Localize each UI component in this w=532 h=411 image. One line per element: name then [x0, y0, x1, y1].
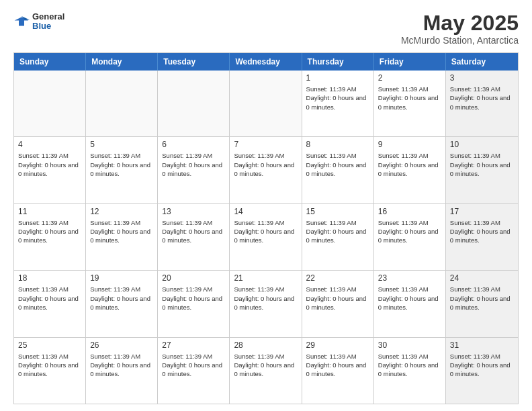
day-number: 21 — [234, 273, 297, 283]
cell-may-16: 16 Sunset: 11:39 AMDaylight: 0 hours and… — [374, 204, 446, 270]
title-section: May 2025 McMurdo Station, Antarctica — [401, 12, 519, 46]
day-number: 27 — [162, 340, 225, 350]
day-number: 10 — [450, 140, 514, 149]
day-number: 28 — [234, 340, 297, 350]
cell-info: Sunset: 11:39 AMDaylight: 0 hours and 0 … — [234, 218, 297, 245]
day-number: 25 — [18, 340, 81, 350]
day-number: 12 — [90, 207, 153, 216]
logo: General Blue — [13, 12, 64, 32]
day-number: 23 — [378, 273, 441, 283]
cell-info: Sunset: 11:39 AMDaylight: 0 hours and 0 … — [306, 352, 369, 379]
cell-may-27: 27 Sunset: 11:39 AMDaylight: 0 hours and… — [158, 338, 230, 404]
calendar-row-5: 25 Sunset: 11:39 AMDaylight: 0 hours and… — [14, 337, 518, 404]
day-number: 30 — [378, 340, 441, 350]
day-number: 29 — [306, 340, 369, 350]
day-number: 6 — [162, 140, 225, 149]
calendar-header-row: Sunday Monday Tuesday Wednesday Thursday… — [14, 53, 518, 71]
cell-may-13: 13 Sunset: 11:39 AMDaylight: 0 hours and… — [158, 204, 230, 270]
page-header: General Blue May 2025 McMurdo Station, A… — [13, 12, 519, 46]
cell-may-30: 30 Sunset: 11:39 AMDaylight: 0 hours and… — [374, 338, 446, 404]
cell-info: Sunset: 11:39 AMDaylight: 0 hours and 0 … — [450, 352, 514, 379]
cell-info: Sunset: 11:39 AMDaylight: 0 hours and 0 … — [90, 352, 153, 379]
cell-info: Sunset: 11:39 AMDaylight: 0 hours and 0 … — [450, 151, 514, 178]
calendar-row-2: 4 Sunset: 11:39 AMDaylight: 0 hours and … — [14, 136, 518, 203]
day-number: 24 — [450, 273, 514, 283]
cell-may-2: 2 Sunset: 11:39 AMDaylight: 0 hours and … — [374, 71, 446, 136]
logo-bird-icon — [13, 15, 30, 28]
calendar-body: 1 Sunset: 11:39 AMDaylight: 0 hours and … — [14, 71, 518, 404]
cell-may-6: 6 Sunset: 11:39 AMDaylight: 0 hours and … — [158, 137, 230, 203]
cell-may-12: 12 Sunset: 11:39 AMDaylight: 0 hours and… — [86, 204, 158, 270]
cell-info: Sunset: 11:39 AMDaylight: 0 hours and 0 … — [18, 352, 81, 379]
cell-empty-1 — [14, 71, 86, 136]
calendar-row-3: 11 Sunset: 11:39 AMDaylight: 0 hours and… — [14, 203, 518, 270]
logo-general: General — [32, 12, 64, 21]
cell-may-21: 21 Sunset: 11:39 AMDaylight: 0 hours and… — [230, 271, 302, 336]
cell-info: Sunset: 11:39 AMDaylight: 0 hours and 0 … — [378, 85, 441, 111]
cell-info: Sunset: 11:39 AMDaylight: 0 hours and 0 … — [378, 352, 441, 379]
header-wednesday: Wednesday — [230, 53, 302, 71]
day-number: 16 — [378, 207, 441, 216]
cell-may-25: 25 Sunset: 11:39 AMDaylight: 0 hours and… — [14, 338, 86, 404]
day-number: 18 — [18, 273, 81, 283]
cell-info: Sunset: 11:39 AMDaylight: 0 hours and 0 … — [162, 218, 225, 245]
cell-may-5: 5 Sunset: 11:39 AMDaylight: 0 hours and … — [86, 137, 158, 203]
cell-may-7: 7 Sunset: 11:39 AMDaylight: 0 hours and … — [230, 137, 302, 203]
cell-may-4: 4 Sunset: 11:39 AMDaylight: 0 hours and … — [14, 137, 86, 203]
cell-info: Sunset: 11:39 AMDaylight: 0 hours and 0 … — [18, 218, 81, 245]
calendar-row-4: 18 Sunset: 11:39 AMDaylight: 0 hours and… — [14, 270, 518, 336]
cell-info: Sunset: 11:39 AMDaylight: 0 hours and 0 … — [450, 85, 514, 111]
cell-may-3: 3 Sunset: 11:39 AMDaylight: 0 hours and … — [446, 71, 518, 136]
header-sunday: Sunday — [14, 53, 86, 71]
cell-may-20: 20 Sunset: 11:39 AMDaylight: 0 hours and… — [158, 271, 230, 336]
header-friday: Friday — [374, 53, 446, 71]
calendar-grid: Sunday Monday Tuesday Wednesday Thursday… — [13, 52, 519, 404]
day-number: 11 — [18, 207, 81, 216]
cell-may-11: 11 Sunset: 11:39 AMDaylight: 0 hours and… — [14, 204, 86, 270]
day-number: 31 — [450, 340, 514, 350]
logo-blue: Blue — [32, 21, 64, 31]
day-number: 17 — [450, 207, 514, 216]
cell-info: Sunset: 11:39 AMDaylight: 0 hours and 0 … — [450, 285, 514, 312]
cell-info: Sunset: 11:39 AMDaylight: 0 hours and 0 … — [162, 151, 225, 178]
cell-empty-3 — [158, 71, 230, 136]
cell-empty-2 — [86, 71, 158, 136]
cell-info: Sunset: 11:39 AMDaylight: 0 hours and 0 … — [450, 218, 514, 245]
day-number: 13 — [162, 207, 225, 216]
cell-may-1: 1 Sunset: 11:39 AMDaylight: 0 hours and … — [302, 71, 374, 136]
header-saturday: Saturday — [446, 53, 518, 71]
cell-may-10: 10 Sunset: 11:39 AMDaylight: 0 hours and… — [446, 137, 518, 203]
cell-info: Sunset: 11:39 AMDaylight: 0 hours and 0 … — [306, 85, 369, 111]
location-subtitle: McMurdo Station, Antarctica — [401, 35, 519, 46]
day-number: 2 — [378, 73, 441, 83]
cell-info: Sunset: 11:39 AMDaylight: 0 hours and 0 … — [90, 285, 153, 312]
cell-info: Sunset: 11:39 AMDaylight: 0 hours and 0 … — [18, 285, 81, 312]
cell-may-31: 31 Sunset: 11:39 AMDaylight: 0 hours and… — [446, 338, 518, 404]
cell-may-23: 23 Sunset: 11:39 AMDaylight: 0 hours and… — [374, 271, 446, 336]
cell-info: Sunset: 11:39 AMDaylight: 0 hours and 0 … — [162, 352, 225, 379]
cell-may-18: 18 Sunset: 11:39 AMDaylight: 0 hours and… — [14, 271, 86, 336]
cell-info: Sunset: 11:39 AMDaylight: 0 hours and 0 … — [234, 151, 297, 178]
cell-info: Sunset: 11:39 AMDaylight: 0 hours and 0 … — [18, 151, 81, 178]
calendar-row-1: 1 Sunset: 11:39 AMDaylight: 0 hours and … — [14, 71, 518, 136]
header-tuesday: Tuesday — [158, 53, 230, 71]
cell-may-8: 8 Sunset: 11:39 AMDaylight: 0 hours and … — [302, 137, 374, 203]
day-number: 20 — [162, 273, 225, 283]
cell-info: Sunset: 11:39 AMDaylight: 0 hours and 0 … — [378, 151, 441, 178]
day-number: 15 — [306, 207, 369, 216]
cell-may-22: 22 Sunset: 11:39 AMDaylight: 0 hours and… — [302, 271, 374, 336]
cell-may-28: 28 Sunset: 11:39 AMDaylight: 0 hours and… — [230, 338, 302, 404]
cell-may-15: 15 Sunset: 11:39 AMDaylight: 0 hours and… — [302, 204, 374, 270]
cell-may-19: 19 Sunset: 11:39 AMDaylight: 0 hours and… — [86, 271, 158, 336]
cell-info: Sunset: 11:39 AMDaylight: 0 hours and 0 … — [378, 218, 441, 245]
day-number: 19 — [90, 273, 153, 283]
cell-may-24: 24 Sunset: 11:39 AMDaylight: 0 hours and… — [446, 271, 518, 336]
day-number: 7 — [234, 140, 297, 149]
cell-info: Sunset: 11:39 AMDaylight: 0 hours and 0 … — [378, 285, 441, 312]
cell-info: Sunset: 11:39 AMDaylight: 0 hours and 0 … — [234, 352, 297, 379]
day-number: 22 — [306, 273, 369, 283]
month-year-title: May 2025 — [401, 12, 519, 34]
day-number: 9 — [378, 140, 441, 149]
cell-info: Sunset: 11:39 AMDaylight: 0 hours and 0 … — [234, 285, 297, 312]
day-number: 5 — [90, 140, 153, 149]
